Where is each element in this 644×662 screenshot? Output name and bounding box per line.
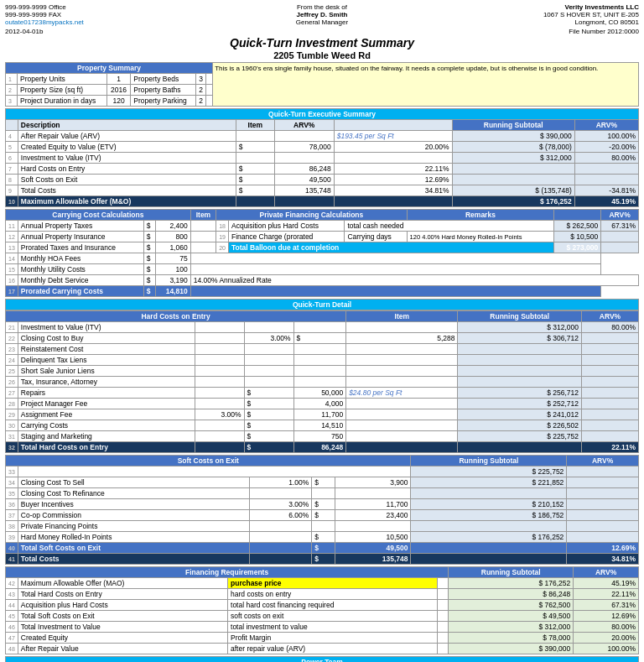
pcc-label: Prorated Carrying Costs (18, 286, 143, 297)
titv-running: $ 312,000 (449, 622, 574, 633)
ctb-running: $ 306,712 (458, 333, 582, 344)
itv2-arv: 80.00% (582, 322, 639, 333)
cc-running: $ 226,502 (458, 420, 582, 431)
hoa-value: 75 (156, 253, 190, 264)
ctb-label: Closing Cost to Buy (18, 333, 195, 344)
bi-pct: 3.00% (250, 499, 312, 510)
mao2-label: Maximum Allowable Offer (MAO) (18, 578, 227, 589)
thce-arv: 22.11% (582, 442, 639, 453)
document-title: Quick-Turn Investment Summary (5, 36, 639, 50)
api-value: 800 (156, 232, 190, 242)
prop-parking-label: Property Parking (131, 96, 195, 107)
cts-label: Closing Cost To Sell (18, 477, 249, 488)
total-costs-running: $ (135,748) (452, 185, 574, 196)
thce2-arv: 22.11% (574, 589, 639, 600)
debt-note: 14.00% Annualized Rate (190, 275, 638, 286)
arv-label: After Repair Value (ARV) (18, 131, 236, 142)
sce-arv-col: ARV% (567, 456, 639, 467)
ce2-running: $ 78,000 (449, 633, 574, 644)
proj-duration-val: 120 (106, 96, 130, 107)
balloon-running: $ 273,000 (554, 242, 601, 253)
fr-running-col: Running Subtotal (449, 567, 574, 578)
af-running: $ 241,012 (458, 409, 582, 420)
property-summary-table: Property Summary This is a 1960's era si… (5, 62, 639, 107)
ssjl-label: Short Sale Junior Liens (18, 366, 195, 377)
property-note: This is a 1960's era single family house… (213, 63, 639, 107)
company-name: Verity Investments LLC (428, 3, 639, 11)
balloon-label: Total Balloon due at completion (229, 242, 554, 253)
arv2-running: $ 390,000 (449, 644, 574, 654)
cts-running: $ 221,852 (411, 477, 567, 488)
debt-value: 3,190 (156, 275, 190, 286)
aphc2-label: Acquisition plus Hard Costs (18, 600, 227, 611)
fc-label: Finance Charge (prorated (229, 232, 345, 242)
hce-pct: 22.11% (334, 164, 452, 175)
hoa-label: Monthly HOA Fees (18, 253, 143, 264)
sce-r33: $ 225,752 (411, 467, 567, 477)
private-header: Private Financing Calculations (216, 210, 407, 221)
tsce-arv: 12.69% (567, 543, 639, 554)
pmf-value: 4,000 (293, 399, 346, 409)
thce2-running: $ 86,248 (449, 589, 574, 600)
debt-label: Monthly Debt Service (18, 275, 143, 286)
pti-value: 1,060 (156, 242, 190, 253)
from-desk: From the desk of (216, 3, 428, 11)
etv-label: Created Equity to Value (ETV) (18, 142, 236, 153)
etv-arv: -20.00% (574, 142, 638, 153)
aphc-arv: 67.31% (601, 221, 639, 232)
soft-costs-table: Soft Costs on Exit Running Subtotal ARV%… (5, 455, 639, 565)
pcc-value: 14,810 (156, 286, 190, 297)
hmrip-running: $ 176,252 (411, 532, 567, 543)
arv2-arv: 100.00% (574, 644, 639, 654)
mao-label: Maximum Allowable Offer (M&O) (18, 196, 236, 207)
email: outate017238mypacks.net (5, 18, 216, 26)
manager-title: General Manager (216, 18, 428, 26)
address1: 1067 S HOVER ST, UNIT E-205 (428, 11, 639, 18)
bi-value: 11,700 (335, 499, 411, 510)
sm-value: 750 (293, 431, 346, 442)
aphc-running: $ 262,500 (554, 221, 601, 232)
address2: Longmont, CO 80501 (428, 18, 639, 26)
pmf-running: $ 252,712 (458, 399, 582, 409)
prop-baths-label: Property Baths (131, 85, 195, 96)
total-costs-pct: 34.81% (334, 185, 452, 196)
dtl-label: Delinquent Tax Liens (18, 355, 195, 366)
row-num: 1 (6, 74, 18, 85)
repairs-running: $ 256,712 (458, 388, 582, 399)
cc-label: Carrying Costs (18, 420, 195, 431)
titv-arv: 80.00% (574, 622, 639, 633)
cts-pct: 1.00% (250, 477, 312, 488)
sce-pct: 12.69% (334, 175, 452, 185)
col-arv2: ARV% (574, 120, 638, 131)
manager-name: Jeffrey D. Smith (216, 11, 428, 18)
bi-running: $ 210,152 (411, 499, 567, 510)
mao-arv: 45.19% (574, 196, 638, 207)
total-costs-value: 135,748 (274, 185, 334, 196)
fc-running: $ 10,500 (554, 232, 601, 242)
mao2-arv: 45.19% (574, 578, 639, 589)
cc-value: 14,510 (293, 420, 346, 431)
file-number: File Number 2012:0000 (569, 28, 639, 35)
sce-running-col: Running Subtotal (411, 456, 567, 467)
af-pct: 3.00% (195, 409, 244, 420)
ctb-value: 5,288 (346, 333, 458, 344)
qt-detail-header-cell: Quick-Turn Detail (6, 300, 639, 310)
etv-value: 78,000 (274, 142, 334, 153)
power-team-table: Power Team Independent Professional Comp… (5, 656, 639, 662)
thce2-note: hard costs on entry (228, 589, 438, 600)
thce-value: 86,248 (293, 442, 346, 453)
col-description: Description (18, 120, 236, 131)
cts-value: 3,900 (335, 477, 411, 488)
af-label: Assignment Fee (18, 409, 195, 420)
tsce-label: Total Soft Costs on Exit (18, 543, 249, 554)
row-num: 3 (6, 96, 18, 107)
proj-duration-label: Project Duration in days (18, 96, 107, 107)
itv2-label: Investment to Value (ITV) (18, 322, 195, 333)
hard-costs-table: Hard Costs on Entry Item Running Subtota… (5, 310, 639, 453)
total-costs-label: Total Costs (18, 185, 236, 196)
af-value: 11,700 (293, 409, 346, 420)
prop-units-val: 1 (106, 74, 130, 85)
header-top: 999-999-9999 Office 999-999-9999 FAX out… (5, 3, 639, 26)
api-label: Annual Property Insurance (18, 232, 143, 242)
thce-label: Total Hard Costs on Entry (18, 442, 195, 453)
